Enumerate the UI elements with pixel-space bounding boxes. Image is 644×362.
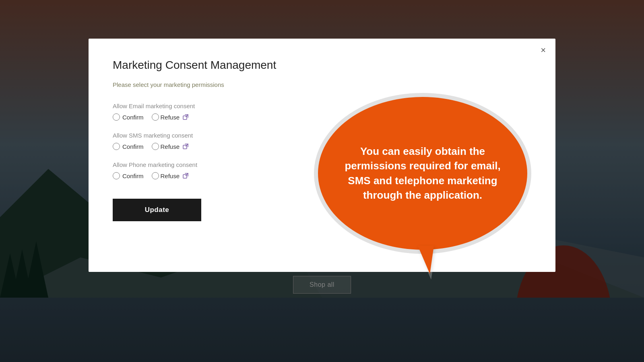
sms-confirm-option[interactable]: Confirm: [113, 143, 144, 150]
email-confirm-label: Confirm: [122, 114, 144, 121]
modal-title: Marketing Consent Management: [113, 59, 531, 72]
sms-refuse-label: Refuse: [161, 143, 180, 150]
sms-refuse-option[interactable]: Refuse: [152, 143, 189, 150]
sms-consent-label: Allow SMS marketing consent: [113, 132, 314, 139]
modal-dialog: × Marketing Consent Management Please se…: [89, 39, 555, 272]
sms-confirm-radio[interactable]: [113, 143, 120, 150]
sms-consent-group: Allow SMS marketing consent Confirm Refu…: [113, 132, 314, 150]
form-section: Allow Email marketing consent Confirm Re…: [113, 103, 314, 252]
modal-subtitle: Please select your marketing permissions: [113, 81, 531, 88]
phone-confirm-radio[interactable]: [113, 172, 120, 179]
email-external-link-icon: [183, 114, 188, 120]
close-button[interactable]: ×: [541, 46, 546, 55]
bubble-section: You can easily obtain the permissions re…: [314, 95, 531, 252]
email-consent-label: Allow Email marketing consent: [113, 103, 314, 109]
modal-overlay: × Marketing Consent Management Please se…: [0, 0, 644, 362]
phone-radio-row: Confirm Refuse: [113, 172, 314, 179]
phone-consent-group: Allow Phone marketing consent Confirm Re…: [113, 161, 314, 179]
modal-body: Allow Email marketing consent Confirm Re…: [113, 103, 531, 252]
email-refuse-option[interactable]: Refuse: [152, 113, 189, 121]
phone-confirm-label: Confirm: [122, 173, 144, 179]
email-confirm-option[interactable]: Confirm: [113, 113, 144, 121]
sms-radio-row: Confirm Refuse: [113, 143, 314, 150]
email-radio-row: Confirm Refuse: [113, 113, 314, 121]
phone-refuse-radio[interactable]: [152, 172, 159, 179]
email-refuse-radio[interactable]: [152, 113, 159, 121]
update-button[interactable]: Update: [113, 199, 201, 221]
sms-confirm-label: Confirm: [122, 143, 144, 150]
email-consent-group: Allow Email marketing consent Confirm Re…: [113, 103, 314, 121]
sms-external-link-icon: [183, 144, 188, 149]
phone-consent-label: Allow Phone marketing consent: [113, 161, 314, 168]
email-refuse-label: Refuse: [161, 114, 180, 121]
email-confirm-radio[interactable]: [113, 113, 120, 121]
sms-refuse-radio[interactable]: [152, 143, 159, 150]
phone-confirm-option[interactable]: Confirm: [113, 172, 144, 179]
phone-refuse-label: Refuse: [161, 173, 180, 179]
phone-refuse-option[interactable]: Refuse: [152, 172, 189, 179]
phone-external-link-icon: [183, 173, 188, 179]
bubble-text: You can easily obtain the permissions re…: [338, 144, 507, 203]
speech-bubble: You can easily obtain the permissions re…: [318, 97, 527, 250]
